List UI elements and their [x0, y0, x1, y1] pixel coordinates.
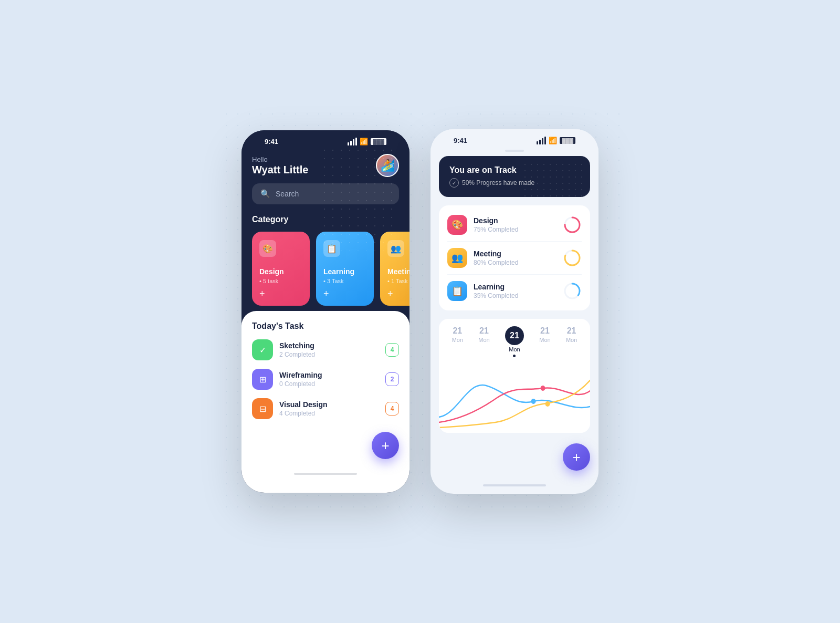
r-signal-2 — [539, 140, 541, 144]
cal-day-1[interactable]: 21 Mon — [452, 326, 463, 357]
sketching-name: Sketching — [279, 341, 379, 350]
signal-bar-3 — [353, 139, 354, 146]
signal-bar-1 — [348, 142, 349, 146]
red-dot — [541, 386, 545, 391]
r-wifi-icon: 📶 — [549, 137, 557, 144]
blue-dot — [531, 399, 536, 404]
sketching-icon-box: ✓ — [252, 339, 273, 360]
learning-circ-prog — [563, 282, 582, 300]
r-signal-1 — [537, 141, 538, 144]
learning-cat-icon: 📋 — [323, 240, 340, 257]
cal-day-5[interactable]: 21 Mon — [566, 326, 577, 357]
category-card-learning[interactable]: 📋 Learning 3 Task + — [316, 232, 374, 306]
task-item-sketching[interactable]: ✓ Sketching 2 Completed 4 — [252, 339, 399, 360]
track-title: You are on Track — [449, 165, 580, 175]
meeting-cat-icon: 👥 — [387, 240, 404, 257]
category-label: Category — [252, 215, 399, 224]
meeting-prog-info: Meeting 80% Completed — [474, 250, 556, 266]
wireframing-icon: ⊞ — [259, 375, 266, 385]
status-icons-right: 📶 ▓▓▓ — [537, 137, 575, 144]
learning-prog-name: Learning — [474, 283, 556, 291]
status-bar-right: 9:41 📶 ▓▓▓ — [441, 129, 588, 148]
sketching-icon: ✓ — [259, 345, 266, 355]
progress-item-learning[interactable]: 📋 Learning 35% Completed — [447, 275, 582, 307]
learning-cat-plus[interactable]: + — [323, 288, 366, 299]
avatar[interactable]: 🏄 — [376, 154, 399, 177]
meeting-cat-name: Meeting — [387, 267, 410, 276]
chart-svg — [439, 359, 590, 433]
right-phone: 9:41 📶 ▓▓▓ You are on Tr — [430, 129, 598, 494]
design-cat-name: Design — [259, 267, 302, 276]
learning-prog-info: Learning 35% Completed — [474, 283, 556, 299]
r-signal-3 — [542, 138, 543, 144]
left-phone: 9:41 📶 ▓▓▓ Hello Wyatt Little — [242, 130, 410, 493]
task-item-wireframing[interactable]: ⊞ Wireframing 0 Completed 2 — [252, 369, 399, 390]
wifi-icon: 📶 — [360, 138, 368, 146]
cal-day-num-1: 21 — [453, 326, 462, 336]
learning-cat-name: Learning — [323, 267, 366, 276]
visual-design-name: Visual Design — [279, 400, 379, 409]
cal-day-name-4: Mon — [539, 337, 550, 343]
category-card-meeting[interactable]: 👥 Meeting 1 Task + — [380, 232, 410, 306]
sketching-sub: 2 Completed — [279, 351, 379, 358]
cal-day-3-active[interactable]: 21 Mon — [505, 326, 524, 357]
r-signal-4 — [544, 137, 546, 144]
right-fab-button[interactable]: + — [563, 443, 590, 471]
signal-bar-2 — [350, 141, 352, 146]
time-right: 9:41 — [454, 137, 467, 144]
cal-day-num-5: 21 — [567, 326, 576, 336]
learning-cat-tasks: 3 Task — [323, 278, 366, 284]
scroll-notch — [505, 150, 524, 152]
progress-item-design[interactable]: 🎨 Design 75% Completed — [447, 209, 582, 242]
visual-design-info: Visual Design 4 Completed — [279, 400, 379, 417]
cal-active-dot — [513, 355, 516, 357]
meeting-circ-prog — [563, 248, 582, 267]
todays-task-card: Today's Task ✓ Sketching 2 Completed 4 ⊞… — [242, 311, 410, 493]
task-item-visual-design[interactable]: ⊟ Visual Design 4 Completed 4 — [252, 398, 399, 419]
category-card-design[interactable]: 🎨 Design 5 task + — [252, 232, 310, 306]
calendar-row: 21 Mon 21 Mon 21 Mon 21 Mon — [439, 319, 590, 365]
left-fab-button[interactable]: + — [372, 432, 399, 459]
cal-day-num-4: 21 — [540, 326, 550, 336]
sketching-badge: 4 — [385, 343, 399, 357]
wireframing-info: Wireframing 0 Completed — [279, 371, 379, 388]
track-card: You are on Track 50% Progress have made — [439, 156, 590, 197]
wireframing-badge: 2 — [385, 372, 399, 386]
left-home-indicator — [294, 473, 357, 475]
sketching-info: Sketching 2 Completed — [279, 341, 379, 358]
design-cat-tasks: 5 task — [259, 278, 302, 284]
cal-day-2[interactable]: 21 Mon — [478, 326, 489, 357]
search-icon: 🔍 — [260, 189, 270, 199]
category-row: 🎨 Design 5 task + 📋 Learning 3 Task + 👥 … — [252, 232, 399, 316]
search-placeholder: Search — [276, 190, 299, 198]
header-row: Hello Wyatt Little 🏄 — [252, 149, 399, 183]
search-bar[interactable]: 🔍 Search — [252, 183, 399, 204]
progress-item-meeting[interactable]: 👥 Meeting 80% Completed — [447, 242, 582, 275]
cal-day-name-2: Mon — [478, 337, 489, 343]
calendar-chart-section: 21 Mon 21 Mon 21 Mon 21 Mon — [439, 319, 590, 433]
progress-list: 🎨 Design 75% Completed 👥 — [439, 205, 590, 310]
design-cat-icon: 🎨 — [259, 240, 276, 257]
meeting-cat-plus[interactable]: + — [387, 288, 410, 299]
right-home-indicator — [483, 484, 546, 486]
meeting-cat-tasks: 1 Task — [387, 278, 410, 284]
visual-design-icon-box: ⊟ — [252, 398, 273, 419]
wireframing-sub: 0 Completed — [279, 380, 379, 388]
greeting-text: Hello — [252, 155, 308, 163]
cal-day-4[interactable]: 21 Mon — [539, 326, 550, 357]
signal-bar-4 — [355, 138, 357, 146]
learning-prog-icon: 📋 — [447, 281, 467, 301]
time-left: 9:41 — [265, 138, 278, 146]
chart-area — [439, 359, 590, 433]
wireframing-icon-box: ⊞ — [252, 369, 273, 390]
cal-day-num-3: 21 — [505, 326, 524, 345]
cal-day-name-1: Mon — [452, 337, 463, 343]
cal-day-name-3: Mon — [509, 346, 520, 352]
design-prog-name: Design — [474, 216, 556, 225]
design-circ-prog — [563, 215, 582, 234]
design-cat-plus[interactable]: + — [259, 288, 302, 299]
wireframing-name: Wireframing — [279, 371, 379, 379]
meeting-prog-icon: 👥 — [447, 248, 467, 268]
visual-design-icon: ⊟ — [259, 404, 266, 414]
visual-design-sub: 4 Completed — [279, 410, 379, 417]
